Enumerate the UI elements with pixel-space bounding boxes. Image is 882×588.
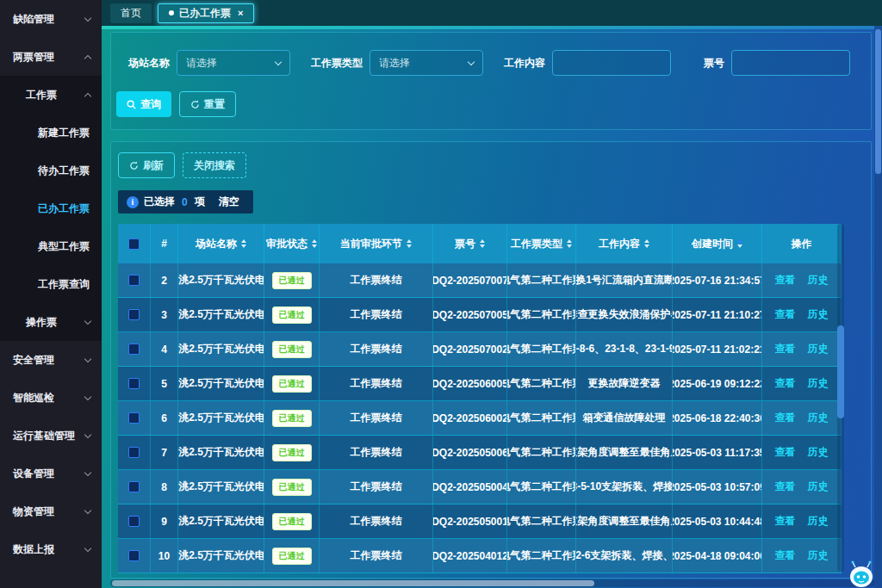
ticket-no-input[interactable] bbox=[731, 50, 850, 76]
refresh-icon bbox=[190, 100, 200, 109]
history-link[interactable]: 历史 bbox=[808, 376, 829, 391]
sidebar-item-待办工作票[interactable]: 待办工作票 bbox=[0, 152, 102, 189]
sidebar-item-工作票查询[interactable]: 工作票查询 bbox=[0, 265, 102, 303]
sort-icon[interactable] bbox=[241, 239, 246, 248]
table-vertical-scrollbar-thumb[interactable] bbox=[837, 325, 844, 418]
row-checkbox[interactable] bbox=[128, 412, 140, 424]
sort-icon[interactable] bbox=[567, 239, 572, 248]
cell-actions: 查看历史 bbox=[762, 401, 842, 435]
row-checkbox[interactable] bbox=[128, 550, 140, 561]
reset-button[interactable]: 重置 bbox=[179, 91, 236, 117]
page-vertical-scrollbar-thumb[interactable] bbox=[875, 29, 881, 174]
history-link[interactable]: 历史 bbox=[808, 480, 829, 494]
row-checkbox[interactable] bbox=[128, 344, 140, 355]
view-link[interactable]: 查看 bbox=[775, 307, 796, 322]
sidebar-item-物资管理[interactable]: 物资管理 bbox=[0, 492, 102, 530]
cell-actions: 查看历史 bbox=[762, 539, 842, 573]
sort-icon[interactable] bbox=[407, 239, 412, 248]
cell-station: 临洮2.5万千瓦光伏电... bbox=[178, 504, 264, 538]
row-checkbox[interactable] bbox=[128, 309, 140, 320]
column-header-label: 票号 bbox=[455, 237, 475, 251]
sidebar-item-工作票[interactable]: 工作票 bbox=[0, 76, 102, 114]
history-link[interactable]: 历史 bbox=[808, 548, 829, 563]
cell-content: 支架角度调整至最佳角度 bbox=[576, 436, 673, 469]
sort-icon[interactable] bbox=[312, 239, 317, 248]
view-link[interactable]: 查看 bbox=[775, 376, 796, 391]
refresh-button-label: 刷新 bbox=[143, 158, 164, 173]
cell-status: 已通过 bbox=[264, 539, 320, 573]
tab-首页[interactable]: 首页 bbox=[110, 3, 152, 23]
history-link[interactable]: 历史 bbox=[808, 445, 829, 460]
assistant-robot-icon[interactable] bbox=[846, 560, 877, 588]
history-link[interactable]: 历史 bbox=[808, 273, 829, 288]
sidebar-item-新建工作票[interactable]: 新建工作票 bbox=[0, 114, 102, 152]
view-link[interactable]: 查看 bbox=[775, 548, 796, 563]
cell-check bbox=[118, 401, 151, 435]
cell-content: 箱变通信故障处理 bbox=[576, 401, 673, 435]
sort-icon[interactable] bbox=[737, 239, 742, 248]
close-search-button[interactable]: 关闭搜索 bbox=[183, 152, 246, 178]
history-link[interactable]: 历史 bbox=[808, 342, 829, 356]
view-link[interactable]: 查看 bbox=[775, 342, 796, 356]
row-checkbox[interactable] bbox=[128, 378, 140, 389]
cell-ticket_no: DQ2-202505001 bbox=[433, 504, 507, 538]
view-link[interactable]: 查看 bbox=[775, 445, 796, 460]
chevron-up-icon bbox=[84, 93, 91, 100]
cell-content: 更换1号汇流箱内直流断... bbox=[576, 263, 673, 297]
view-link[interactable]: 查看 bbox=[775, 514, 796, 529]
history-link[interactable]: 历史 bbox=[808, 514, 829, 529]
sort-desc-icon bbox=[737, 244, 742, 248]
select-all-checkbox[interactable] bbox=[128, 238, 140, 250]
sort-icon[interactable] bbox=[480, 239, 485, 248]
sidebar-item-已办工作票[interactable]: 已办工作票 bbox=[0, 189, 102, 227]
sidebar-item-智能巡检[interactable]: 智能巡检 bbox=[0, 379, 102, 417]
chevron-down-icon bbox=[84, 356, 91, 362]
cell-content: 23-8-6、23-1-8、23-1-9... bbox=[576, 332, 673, 366]
filter-row: 场站名称 请选择 工作票类型 请选择 工作内容 票号 bbox=[111, 33, 871, 76]
horizontal-scrollbar-thumb[interactable] bbox=[112, 580, 594, 586]
chevron-down-icon bbox=[275, 59, 282, 65]
status-badge: 已通过 bbox=[272, 272, 312, 289]
horizontal-scrollbar bbox=[110, 579, 875, 587]
page-vertical-scrollbar bbox=[874, 26, 882, 588]
sidebar-item-两票管理[interactable]: 两票管理 bbox=[0, 38, 102, 76]
row-checkbox[interactable] bbox=[128, 447, 140, 458]
view-link[interactable]: 查看 bbox=[775, 480, 796, 494]
tab-已办工作票[interactable]: 已办工作票× bbox=[158, 3, 254, 23]
selection-prefix: 已选择 bbox=[144, 195, 175, 209]
sidebar-item-安全管理[interactable]: 安全管理 bbox=[0, 341, 102, 379]
sidebar-item-数据上报[interactable]: 数据上报 bbox=[0, 530, 102, 568]
work-content-input[interactable] bbox=[552, 50, 671, 76]
cell-step: 工作票终结 bbox=[320, 401, 433, 435]
sidebar-item-运行基础管理[interactable]: 运行基础管理 bbox=[0, 417, 102, 455]
ticket-type-select[interactable]: 请选择 bbox=[370, 50, 483, 76]
cell-status: 已通过 bbox=[264, 436, 320, 469]
history-link[interactable]: 历史 bbox=[808, 307, 829, 322]
chevron-up-icon bbox=[84, 55, 91, 62]
sidebar-item-缺陷管理[interactable]: 缺陷管理 bbox=[0, 0, 102, 38]
history-link[interactable]: 历史 bbox=[808, 411, 829, 425]
selection-clear-button[interactable]: 清空 bbox=[219, 195, 239, 209]
status-badge: 已通过 bbox=[272, 306, 312, 324]
refresh-button[interactable]: 刷新 bbox=[118, 152, 175, 178]
row-checkbox[interactable] bbox=[128, 275, 140, 286]
cell-check bbox=[118, 298, 151, 331]
view-link[interactable]: 查看 bbox=[775, 273, 796, 288]
search-button[interactable]: 查询 bbox=[116, 91, 171, 117]
sidebar-item-操作票[interactable]: 操作票 bbox=[0, 303, 102, 341]
table-header: #场站名称审批状态当前审批环节票号工作票类型工作内容创建时间操作 bbox=[118, 224, 842, 263]
sidebar-item-典型工作票[interactable]: 典型工作票 bbox=[0, 227, 102, 265]
sort-desc-icon bbox=[480, 244, 485, 248]
close-tab-icon[interactable]: × bbox=[238, 9, 243, 18]
row-checkbox[interactable] bbox=[128, 481, 140, 492]
sort-icon[interactable] bbox=[644, 239, 649, 248]
cell-content: 23-5-10支架拆装、焊接... bbox=[576, 470, 673, 504]
sidebar-item-设备管理[interactable]: 设备管理 bbox=[0, 455, 102, 492]
row-checkbox[interactable] bbox=[128, 516, 140, 527]
sidebar-item-label: 操作票 bbox=[26, 315, 57, 330]
column-header-station: 场站名称 bbox=[178, 224, 264, 263]
station-select[interactable]: 请选择 bbox=[177, 50, 290, 76]
cell-step: 工作票终结 bbox=[320, 470, 433, 504]
cell-content: 4-2-6支架拆装、焊接、... bbox=[576, 539, 673, 573]
view-link[interactable]: 查看 bbox=[775, 411, 796, 425]
